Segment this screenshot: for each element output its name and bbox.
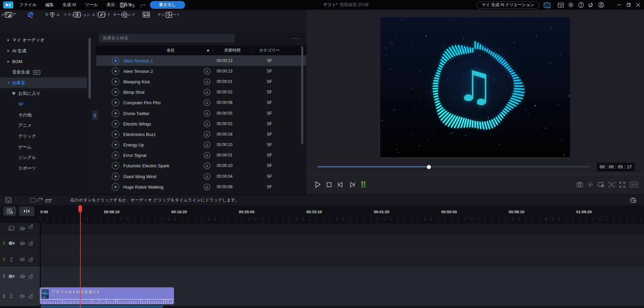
menu-item-3[interactable]: ツール bbox=[80, 0, 102, 10]
manage-tracks-icon[interactable] bbox=[629, 196, 638, 204]
chevron-right-icon[interactable]: ▶ bbox=[7, 60, 9, 63]
sound-row-7[interactable]: Electronics Buzz00:00:16SF bbox=[96, 129, 306, 139]
sidebar-item-0[interactable]: ▶マイ オーディオ bbox=[0, 35, 87, 46]
chevron-down-icon[interactable]: ▼ bbox=[7, 81, 10, 84]
preview-quality-settings-icon[interactable] bbox=[598, 182, 604, 188]
sidebar-item-12[interactable]: スポーツ bbox=[0, 163, 87, 174]
sound-row-1[interactable]: Alien Tension 200:00:13SF bbox=[96, 66, 306, 76]
export-button[interactable]: 書き出し bbox=[150, 1, 185, 9]
download-icon[interactable] bbox=[204, 78, 210, 85]
sort-ascending-icon[interactable] bbox=[207, 49, 209, 51]
menu-item-1[interactable]: 編集 bbox=[41, 0, 58, 10]
sidebar-item-3[interactable]: 音楽生成AI+ bbox=[0, 67, 87, 78]
ripple-edit-icon[interactable] bbox=[36, 196, 45, 204]
sound-row-10[interactable]: Futuristic Electric Spark00:00:10SF bbox=[96, 161, 306, 171]
mute-toggle-icon[interactable] bbox=[20, 294, 25, 299]
play-preview-button[interactable] bbox=[112, 131, 119, 138]
play-preview-button[interactable] bbox=[112, 78, 119, 85]
lock-toggle-icon[interactable] bbox=[28, 274, 33, 279]
redo-icon[interactable] bbox=[139, 2, 146, 8]
zoom-area-icon[interactable] bbox=[609, 182, 615, 188]
tab-title[interactable]: Tタイトル bbox=[39, 12, 66, 17]
download-icon[interactable] bbox=[204, 68, 210, 75]
help-icon[interactable] bbox=[576, 0, 586, 10]
sound-row-2[interactable]: Bleeping Kick00:00:01SF bbox=[96, 76, 306, 87]
play-preview-button[interactable] bbox=[112, 173, 119, 180]
stop-button[interactable] bbox=[327, 182, 332, 187]
download-icon[interactable] bbox=[204, 173, 210, 180]
sidebar-item-10[interactable]: ゲーム bbox=[0, 142, 87, 152]
download-icon[interactable] bbox=[204, 89, 210, 95]
sidebar-item-6[interactable]: SF bbox=[0, 99, 87, 110]
previous-frame-button[interactable] bbox=[337, 182, 343, 188]
tab-template[interactable]: テンプレート bbox=[155, 12, 182, 17]
sidebar-item-7[interactable]: その他 bbox=[0, 110, 87, 120]
layout-panels-icon[interactable] bbox=[556, 0, 566, 10]
aspect-ratio-button[interactable]: 16:9 bbox=[629, 182, 638, 188]
progress-handle[interactable] bbox=[427, 165, 431, 169]
lock-toggle-icon[interactable] bbox=[28, 257, 33, 262]
chevron-right-icon[interactable]: ▶ bbox=[7, 49, 9, 52]
tab-transition[interactable]: トランジション bbox=[63, 12, 91, 17]
marquee-select-icon[interactable] bbox=[29, 196, 37, 204]
save-icon[interactable] bbox=[119, 2, 126, 8]
lock-toggle-icon[interactable] bbox=[28, 241, 33, 246]
play-preview-button[interactable] bbox=[112, 151, 119, 159]
play-preview-button[interactable] bbox=[112, 183, 119, 191]
visibility-toggle-icon[interactable] bbox=[20, 274, 25, 278]
search-input[interactable] bbox=[99, 34, 235, 43]
sidebar-item-9[interactable]: クリック bbox=[0, 131, 87, 142]
sound-row-3[interactable]: Blimp Shot00:00:02SF bbox=[96, 87, 306, 97]
fullscreen-icon[interactable] bbox=[619, 182, 625, 188]
play-button[interactable] bbox=[315, 181, 321, 188]
sound-row-5[interactable]: Drone Twitter00:00:05SF bbox=[96, 108, 306, 118]
snapshot-camera-icon[interactable] bbox=[576, 182, 583, 187]
sound-row-0[interactable]: Alien Tension 100:00:13SF bbox=[96, 55, 306, 66]
record-voiceover-button[interactable] bbox=[3, 206, 16, 216]
column-header-duration[interactable]: 所要時間 bbox=[213, 46, 252, 55]
ruler-options-icon[interactable] bbox=[44, 196, 53, 204]
download-icon[interactable] bbox=[204, 99, 210, 106]
download-icon[interactable] bbox=[204, 141, 210, 148]
list-scrollbar[interactable] bbox=[301, 46, 303, 144]
download-icon[interactable] bbox=[204, 131, 210, 138]
mute-toggle-icon[interactable] bbox=[20, 257, 25, 261]
account-icon[interactable] bbox=[596, 0, 606, 10]
more-options-button[interactable]: ... bbox=[291, 33, 301, 41]
settings-gear-icon[interactable] bbox=[566, 0, 576, 10]
timeline-horizontal-scrollbar[interactable] bbox=[41, 306, 163, 308]
sound-row-6[interactable]: Electric Wings00:00:02SF bbox=[96, 118, 306, 129]
playhead-handle[interactable] bbox=[78, 205, 82, 214]
media-to-timeline-icon[interactable] bbox=[4, 196, 13, 204]
play-preview-button[interactable] bbox=[112, 57, 119, 64]
sidebar-scrollbar[interactable] bbox=[88, 38, 91, 99]
download-icon[interactable] bbox=[204, 184, 210, 190]
restore-button[interactable] bbox=[624, 0, 633, 10]
sidebar-item-2[interactable]: ▶BGM bbox=[0, 56, 87, 67]
audio-level-meter[interactable] bbox=[361, 181, 366, 188]
announcement-icon[interactable] bbox=[586, 0, 596, 10]
minimize-button[interactable] bbox=[614, 0, 624, 10]
lock-toggle-icon[interactable] bbox=[28, 224, 33, 229]
split-marker-button[interactable] bbox=[19, 206, 34, 216]
play-preview-button[interactable] bbox=[112, 120, 119, 128]
next-frame-button[interactable] bbox=[349, 182, 355, 188]
audio-clip[interactable]: アスファルトの上を歩く1 bbox=[40, 287, 174, 304]
chevron-right-icon[interactable]: ▶ bbox=[7, 38, 9, 41]
play-preview-button[interactable] bbox=[112, 99, 119, 106]
sidebar-item-5[interactable]: ♥お気に入り bbox=[0, 88, 87, 99]
sidebar-item-1[interactable]: ▶AI 生成 bbox=[0, 46, 87, 56]
undo-icon[interactable] bbox=[129, 2, 136, 8]
visibility-toggle-icon[interactable] bbox=[20, 226, 25, 230]
sound-row-4[interactable]: Computer Piro Piro00:00:06SF bbox=[96, 97, 306, 108]
play-preview-button[interactable] bbox=[112, 141, 119, 148]
visibility-toggle-icon[interactable] bbox=[20, 241, 25, 245]
play-preview-button[interactable] bbox=[112, 110, 119, 117]
sidebar-item-11[interactable]: ジングル bbox=[0, 152, 87, 163]
column-header-category[interactable]: カテゴリー bbox=[252, 46, 287, 55]
render-preview-icon[interactable] bbox=[587, 181, 593, 188]
download-icon[interactable] bbox=[204, 120, 210, 127]
sound-row-9[interactable]: Error Signal00:00:01SF bbox=[96, 150, 306, 161]
menu-item-0[interactable]: ファイル bbox=[15, 0, 41, 10]
ai-copilot-icon[interactable] bbox=[543, 2, 551, 8]
